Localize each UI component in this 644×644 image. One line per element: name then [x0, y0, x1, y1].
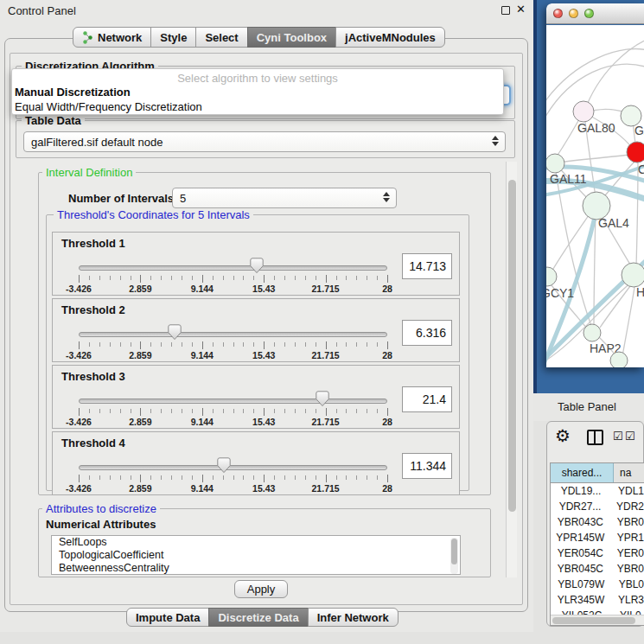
tab-label: Discretize Data: [218, 611, 298, 624]
slider-tick: [367, 409, 367, 413]
tab-discretize-data[interactable]: Discretize Data: [208, 608, 308, 627]
network-canvas[interactable]: GAL80GACGAL11GAL4GCY1HHAP2: [546, 25, 644, 367]
algorithm-dropdown-popup: Select algorithm to view settings Manual…: [11, 68, 504, 115]
slider-tick: [336, 475, 337, 480]
scrollbar-thumb[interactable]: [552, 617, 635, 624]
slider-track[interactable]: [79, 332, 387, 337]
tick-label: 28: [361, 284, 413, 294]
slider-tick: [264, 275, 265, 283]
tab-impute-data[interactable]: Impute Data: [126, 608, 209, 627]
cell-shared-name: YER054C: [551, 545, 611, 561]
mac-minimize-icon[interactable]: [569, 9, 578, 18]
number-of-intervals-combobox[interactable]: 5: [172, 188, 397, 208]
combobox-stepper-icon: [492, 136, 499, 146]
slider-tick: [202, 275, 203, 283]
float-window-icon[interactable]: [501, 6, 510, 15]
network-node-HAP2[interactable]: [583, 324, 601, 341]
panel-scrollbar[interactable]: [506, 162, 517, 577]
slider-tick: [336, 276, 337, 280]
table-row[interactable]: YDR27...YDR2: [551, 499, 644, 514]
slider-tick: [377, 276, 378, 280]
node-label-GAL80: GAL80: [577, 121, 615, 135]
tab-style[interactable]: Style: [150, 27, 196, 48]
slider-track[interactable]: [79, 399, 387, 404]
column-header-shared-name[interactable]: shared...: [551, 463, 614, 482]
slider-tick: [110, 409, 111, 413]
slider-tick: [202, 341, 203, 349]
slider-handle[interactable]: [316, 391, 329, 407]
table-row[interactable]: YPR145WYPR1: [551, 530, 644, 545]
threshold-label: Threshold 1: [61, 237, 125, 250]
slider-tick: [131, 276, 131, 280]
cell-name: YDL1: [612, 483, 644, 499]
attribute-list-item[interactable]: SelfLoops: [52, 536, 460, 549]
tab-network[interactable]: Network: [73, 27, 151, 48]
network-node-H-node[interactable]: [622, 263, 644, 287]
slider-tick: [192, 276, 193, 280]
threshold-panel-4: Threshold 4-3.4262.8599.14415.4321.71528…: [52, 431, 460, 495]
slider-tick: [274, 342, 275, 347]
table-row[interactable]: YBR045CYBR0: [551, 561, 644, 577]
network-node-node-bottom[interactable]: [610, 352, 628, 367]
slider-handle[interactable]: [250, 258, 264, 274]
close-icon[interactable]: ✕: [516, 3, 526, 16]
slider-tick: [223, 342, 224, 347]
apply-button[interactable]: Apply: [234, 580, 288, 598]
slider-tick: [284, 409, 285, 413]
attribute-list-item[interactable]: TopologicalCoefficient: [52, 549, 460, 562]
threshold-value-field[interactable]: 11.344: [402, 453, 452, 479]
slider-handle[interactable]: [217, 457, 231, 474]
slider-track[interactable]: [79, 265, 387, 271]
slider-tick: [182, 475, 182, 480]
table-row[interactable]: YER054CYER0: [551, 545, 644, 561]
scrollbar-thumb[interactable]: [508, 180, 516, 512]
threshold-value-field[interactable]: 21.4: [402, 386, 452, 412]
table-horizontal-scrollbar[interactable]: [551, 615, 644, 625]
network-node-GAL80[interactable]: [573, 101, 594, 122]
table-data-combobox[interactable]: galFiltered.sif default node: [23, 131, 506, 152]
attribute-list-item[interactable]: BetweennessCentrality: [52, 562, 460, 575]
slider-tick: [316, 475, 316, 480]
slider-tick: [336, 409, 337, 413]
table-row[interactable]: YDL19...YDL1: [551, 483, 644, 499]
slider-tick: [284, 342, 285, 347]
tab-cyni-toolbox[interactable]: Cyni Toolbox: [247, 27, 336, 48]
cell-name: YDR2: [610, 499, 644, 514]
threshold-value-field[interactable]: 14.713: [402, 253, 452, 279]
table-row[interactable]: YBR043CYBR0: [551, 514, 644, 530]
control-panel-titlebar: Control Panel ✕: [0, 0, 533, 21]
network-node-GAL11[interactable]: [546, 154, 564, 173]
tab-select[interactable]: Select: [195, 27, 247, 48]
mac-zoom-icon[interactable]: [584, 9, 594, 18]
tab-label: Infer Network: [317, 611, 389, 624]
slider-tick: [387, 475, 388, 482]
column-header-name[interactable]: na: [614, 463, 644, 482]
tab-infer-network[interactable]: Infer Network: [308, 608, 399, 627]
cell-shared-name: YDL19...: [551, 483, 612, 499]
dropdown-option-equal-width-frequency[interactable]: Equal Width/Frequency Discretization: [15, 99, 501, 114]
threshold-value-field[interactable]: 6.316: [402, 320, 452, 346]
table-row[interactable]: YBL079WYBL0: [551, 577, 644, 592]
gear-icon[interactable]: ⚙: [555, 425, 571, 446]
slider-tick: [79, 341, 80, 349]
split-columns-icon[interactable]: [587, 430, 603, 445]
cell-name: YBL0: [613, 577, 644, 592]
numerical-attributes-list[interactable]: SelfLoopsTopologicalCoefficientBetweenne…: [51, 535, 461, 575]
table-row[interactable]: YLR345WYLR3: [551, 592, 644, 608]
mac-close-icon[interactable]: [553, 9, 563, 18]
checkbox-icon[interactable]: ☑: [625, 430, 635, 443]
dropdown-option-manual-discretization[interactable]: Manual Discretization: [15, 85, 501, 99]
slider-tick: [223, 276, 224, 280]
slider-tick: [161, 276, 162, 280]
slider-tick: [140, 275, 141, 283]
tick-label: 28: [361, 483, 413, 494]
checkbox-icon[interactable]: ☑: [613, 430, 623, 443]
slider-tick: [367, 342, 367, 347]
tab-jactivemnodules[interactable]: jActiveMNodules: [335, 27, 445, 48]
list-scrollbar[interactable]: [450, 538, 458, 574]
network-node-GCY1[interactable]: [546, 267, 557, 286]
tab-label: Select: [205, 31, 238, 44]
slider-handle[interactable]: [168, 324, 182, 341]
network-node-red-node[interactable]: [627, 142, 644, 163]
slider-track[interactable]: [79, 465, 387, 470]
